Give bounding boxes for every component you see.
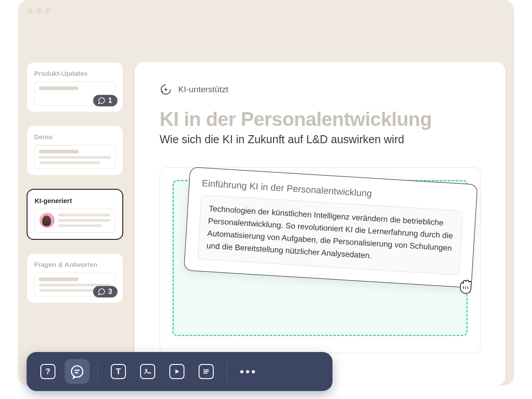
- help-icon: ?: [40, 364, 55, 379]
- workspace: Produkt-Updates 1 Demo: [27, 62, 505, 386]
- chat-icon: [70, 364, 85, 379]
- ai-tag: KI-unterstützt: [160, 83, 481, 96]
- more-icon: [236, 370, 259, 373]
- slide-sidebar: Produkt-Updates 1 Demo: [27, 62, 123, 386]
- comment-icon: [98, 288, 106, 296]
- list-icon: [199, 364, 214, 379]
- slide-thumb-title: Fragen & Antworten: [34, 261, 116, 268]
- comment-count: 1: [108, 97, 112, 105]
- more-button[interactable]: [235, 359, 260, 384]
- ai-tag-label: KI-unterstützt: [178, 85, 228, 94]
- slide-thumb-product-updates[interactable]: Produkt-Updates 1: [27, 62, 123, 112]
- draggable-content-card[interactable]: Einführung KI in der Personalentwicklung…: [184, 167, 477, 288]
- slide-thumb-title: Demo: [34, 133, 116, 141]
- content-drop-area[interactable]: Einführung KI in der Personalentwicklung…: [160, 167, 481, 353]
- comment-count: 3: [108, 288, 112, 296]
- video-block-button[interactable]: [164, 359, 189, 384]
- text-block-button[interactable]: T: [106, 359, 131, 384]
- page-title: KI in der Personalentwicklung: [160, 108, 481, 130]
- window-controls: [27, 8, 51, 13]
- card-body: Technologien der künstlichen Intelligenz…: [197, 195, 463, 275]
- slide-thumb-preview: [34, 145, 116, 169]
- slide-thumb-demo[interactable]: Demo: [27, 125, 123, 176]
- grab-cursor-icon: [456, 277, 477, 296]
- image-icon: [140, 364, 155, 379]
- slide-thumb-title: KI-generiert: [35, 197, 115, 204]
- list-block-button[interactable]: [194, 359, 219, 384]
- image-block-button[interactable]: [135, 359, 160, 384]
- svg-point-4: [71, 366, 83, 377]
- text-icon: T: [111, 364, 126, 379]
- slide-thumb-fragen-antworten[interactable]: Fragen & Antworten 3: [27, 253, 123, 303]
- video-icon: [169, 364, 184, 379]
- slide-thumb-preview: [35, 209, 115, 233]
- toolbar-divider: [98, 363, 98, 380]
- page-subtitle: Wie sich die KI in Zukunft auf L&D auswi…: [160, 133, 481, 146]
- avatar: [39, 213, 55, 228]
- slide-thumb-title: Produkt-Updates: [34, 70, 116, 77]
- sparkle-refresh-icon: [160, 83, 172, 96]
- editor-canvas: KI-unterstützt KI in der Personalentwick…: [135, 62, 505, 386]
- comment-badge[interactable]: 3: [93, 286, 117, 297]
- comment-icon: [98, 97, 106, 105]
- svg-point-7: [145, 369, 147, 371]
- insert-toolbar: ? T: [27, 352, 332, 391]
- help-button[interactable]: ?: [35, 359, 60, 384]
- app-window: Produkt-Updates 1 Demo: [18, 0, 514, 386]
- comment-badge[interactable]: 1: [93, 95, 117, 106]
- chat-button[interactable]: [65, 359, 90, 384]
- slide-thumb-ki-generiert[interactable]: KI-generiert: [27, 189, 123, 240]
- toolbar-divider: [227, 363, 227, 380]
